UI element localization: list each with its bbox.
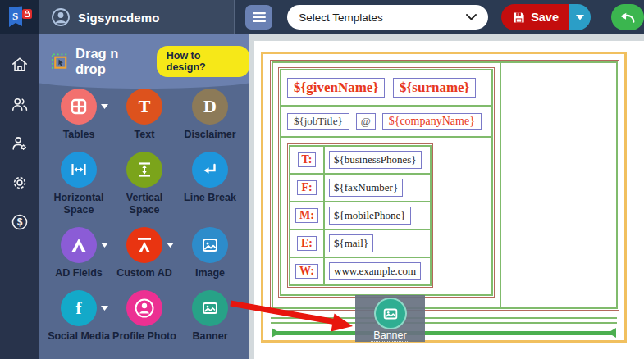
menu-button[interactable] xyxy=(245,5,272,30)
contact-label[interactable]: T: xyxy=(298,152,317,167)
contact-label[interactable]: E: xyxy=(297,236,317,251)
tool-label: Horizontal Space xyxy=(46,192,112,216)
toolbar: Select Templates Save xyxy=(235,0,644,34)
sigsync-logo-icon: S xyxy=(6,5,34,30)
row-divider xyxy=(271,322,617,324)
select-templates-label: Select Templates xyxy=(299,11,466,24)
banner-drag-ghost[interactable]: Banner xyxy=(355,295,425,342)
top-bar: S Sigsyncdemo Selec xyxy=(0,0,644,34)
banner-picture-icon xyxy=(200,298,220,318)
account-section: Sigsyncdemo xyxy=(39,0,235,34)
tool-label: Profile Photo xyxy=(112,330,176,343)
horizontal-arrows-icon xyxy=(69,160,89,180)
facebook-f-icon: f xyxy=(76,298,82,319)
mobile-phone-field[interactable]: ${mobilePhone} xyxy=(329,207,411,225)
contact-row-fax[interactable]: F: ${faxNumber} xyxy=(290,175,430,202)
azure-triangle-icon xyxy=(69,235,89,255)
contact-label[interactable]: F: xyxy=(297,180,316,195)
caret-down-icon[interactable] xyxy=(167,243,174,248)
tool-image[interactable]: Image xyxy=(177,227,243,279)
row-divider xyxy=(271,317,617,319)
user-gear-icon[interactable] xyxy=(11,134,29,152)
signature-table[interactable]: ${givenName} ${surname} ${jobTitle} @ ${… xyxy=(270,60,619,311)
job-title-field[interactable]: ${jobTitle} xyxy=(287,113,349,130)
tool-label: Social Media xyxy=(48,330,110,343)
drag-drop-palette: Drag n drop How to design? Tables T Text xyxy=(39,34,249,359)
contact-label[interactable]: W: xyxy=(295,264,318,279)
contacts-table[interactable]: T: ${businessPhones} F: ${faxNumber} xyxy=(287,143,433,288)
dollar-circle-icon[interactable]: $ xyxy=(11,213,29,231)
undo-arrow-icon xyxy=(619,10,636,25)
tool-horizontal-space[interactable]: Horizontal Space xyxy=(46,152,112,216)
contacts-section: T: ${businessPhones} F: ${faxNumber} xyxy=(281,138,491,294)
how-to-design-button[interactable]: How to design? xyxy=(157,46,249,77)
fax-number-field[interactable]: ${faxNumber} xyxy=(329,179,403,197)
home-icon[interactable] xyxy=(11,56,29,74)
surname-field[interactable]: ${surname} xyxy=(393,78,476,98)
contact-row-mobile[interactable]: M: ${mobilePhone} xyxy=(290,202,430,230)
tool-ad-fields[interactable]: AD Fields xyxy=(46,227,112,279)
tool-text[interactable]: T Text xyxy=(112,89,177,141)
caret-down-icon[interactable] xyxy=(101,243,108,248)
letter-t-icon: T xyxy=(139,96,151,117)
sigsync-logo[interactable]: S xyxy=(0,0,39,34)
tool-custom-ad[interactable]: Custom AD xyxy=(112,227,177,279)
tool-social-media[interactable]: f Social Media xyxy=(46,290,112,343)
contact-label[interactable]: M: xyxy=(295,208,318,223)
avatar-icon xyxy=(51,7,71,27)
tool-label: Custom AD xyxy=(116,267,172,279)
table-grid-icon xyxy=(69,97,89,116)
tools-grid: Tables T Text D Disclaimer xyxy=(39,89,249,343)
company-name-field[interactable]: ${companyName} xyxy=(382,113,482,130)
tool-vertical-space[interactable]: Vertical Space xyxy=(112,152,177,216)
banner-picture-icon xyxy=(381,305,400,323)
name-row[interactable]: ${givenName} ${surname} xyxy=(281,70,491,107)
contact-row-website[interactable]: W: www.example.com xyxy=(290,258,430,284)
chevron-down-icon xyxy=(466,14,477,20)
tool-label: Tables xyxy=(63,129,95,141)
tool-label: Vertical Space xyxy=(112,192,177,216)
signature-page[interactable]: ${givenName} ${surname} ${jobTitle} @ ${… xyxy=(254,41,644,359)
caret-down-icon[interactable] xyxy=(101,104,108,109)
mail-field[interactable]: ${mail} xyxy=(329,234,373,252)
signature-left-column[interactable]: ${givenName} ${surname} ${jobTitle} @ ${… xyxy=(273,63,501,307)
picture-icon xyxy=(200,235,220,255)
website-field[interactable]: www.example.com xyxy=(329,262,421,280)
svg-text:S: S xyxy=(12,10,18,22)
contact-row-email[interactable]: E: ${mail} xyxy=(290,230,430,258)
at-separator[interactable]: @ xyxy=(356,113,376,130)
caret-down-icon[interactable] xyxy=(101,306,108,311)
tool-label: Disclaimer xyxy=(184,129,235,141)
given-name-field[interactable]: ${givenName} xyxy=(287,78,385,98)
caret-down-icon xyxy=(576,15,584,20)
save-button[interactable]: Save xyxy=(501,4,569,30)
job-row[interactable]: ${jobTitle} @ ${companyName} xyxy=(281,107,491,138)
svg-text:$: $ xyxy=(17,216,23,228)
contact-row-phone[interactable]: T: ${businessPhones} xyxy=(290,147,430,175)
drag-ghost-label: Banner xyxy=(371,329,409,342)
account-name: Sigsyncdemo xyxy=(78,11,160,25)
hamburger-icon xyxy=(252,11,267,23)
design-canvas-area: ${givenName} ${surname} ${jobTitle} @ ${… xyxy=(249,34,644,359)
users-icon[interactable] xyxy=(11,95,29,113)
tool-label: Image xyxy=(195,267,225,279)
azure-triangle-bar-icon xyxy=(135,235,154,255)
tool-label: AD Fields xyxy=(55,267,103,279)
tool-line-break[interactable]: Line Break xyxy=(177,152,243,216)
signature-right-column[interactable] xyxy=(501,63,616,307)
business-phones-field[interactable]: ${businessPhones} xyxy=(329,151,422,169)
select-templates-dropdown[interactable]: Select Templates xyxy=(287,5,488,30)
person-circle-icon xyxy=(134,298,155,319)
tool-disclaimer[interactable]: D Disclaimer xyxy=(177,89,243,141)
save-button-group: Save xyxy=(501,4,591,30)
undo-button[interactable] xyxy=(611,4,644,30)
template-container[interactable]: ${givenName} ${surname} ${jobTitle} @ ${… xyxy=(261,52,627,343)
tool-banner[interactable]: Banner xyxy=(177,290,243,343)
tool-label: Text xyxy=(135,129,155,141)
gear-icon[interactable] xyxy=(11,174,29,192)
save-options-button[interactable] xyxy=(569,4,591,30)
nav-sidebar: $ xyxy=(0,34,39,359)
drop-indicator-bar xyxy=(273,331,614,335)
tool-profile-photo[interactable]: Profile Photo xyxy=(112,290,177,343)
tool-tables[interactable]: Tables xyxy=(46,89,112,141)
